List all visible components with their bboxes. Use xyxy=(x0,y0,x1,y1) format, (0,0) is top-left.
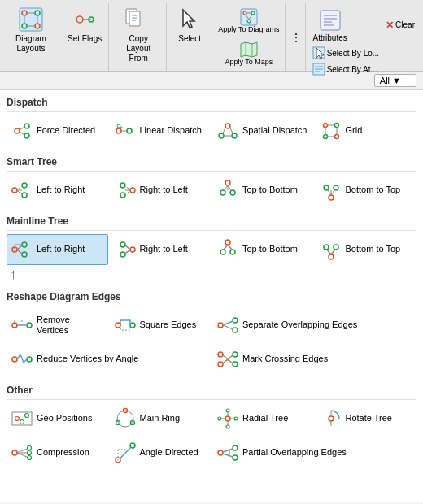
filter-dropdown[interactable]: All ▼ xyxy=(374,74,416,87)
mainline-rtl-item[interactable]: Right to Left xyxy=(110,234,212,265)
spatial-dispatch-label: Spatial Dispatch xyxy=(242,125,307,136)
separate-overlapping-label: Separate Overlapping Edges xyxy=(242,319,357,330)
svg-line-84 xyxy=(328,190,331,195)
rotate-tree-item[interactable]: Rotate Tree xyxy=(316,403,417,434)
svg-point-83 xyxy=(334,185,338,190)
angle-directed-item[interactable]: Angle Directed xyxy=(110,437,212,468)
copy-layout-button[interactable]: Copy Layout From xyxy=(114,5,163,65)
grid-item[interactable]: Grid xyxy=(316,115,417,146)
partial-overlapping-item[interactable]: Partial Overlapping Edges xyxy=(212,437,416,468)
spatial-dispatch-item[interactable]: Spatial Dispatch xyxy=(212,115,314,146)
filter-btn[interactable]: All ▼ xyxy=(374,74,416,87)
mark-crossing-label: Mark Crossing Edges xyxy=(242,354,328,364)
compression-item[interactable]: Compression xyxy=(7,437,108,468)
svg-point-70 xyxy=(120,183,125,188)
svg-point-147 xyxy=(329,416,334,421)
select-by-loc-row: Select By Lo... xyxy=(309,45,418,61)
mainline-rtl-icon xyxy=(114,238,137,261)
geo-positions-item[interactable]: Geo Positions xyxy=(7,403,108,434)
mainline-btt-icon xyxy=(320,238,342,261)
svg-point-96 xyxy=(120,252,125,257)
svg-point-122 xyxy=(27,357,32,362)
select-by-attr-button[interactable]: Select By At... xyxy=(309,62,381,76)
rotate-tree-label: Rotate Tree xyxy=(346,413,392,424)
mainline-ltr-item[interactable]: Left to Right xyxy=(7,234,108,265)
mainline-ltr-icon xyxy=(11,238,33,261)
svg-line-52 xyxy=(223,128,225,133)
dispatch-section-header: Dispatch xyxy=(7,90,416,112)
svg-marker-17 xyxy=(183,10,194,28)
svg-line-53 xyxy=(230,128,233,133)
apply-to-diagrams-label: Apply To Diagrams xyxy=(218,26,279,34)
mainline-tree-grid: Left to Right Right to Left xyxy=(7,234,416,265)
svg-line-102 xyxy=(224,245,228,250)
clear-button[interactable]: ✕ Clear xyxy=(382,19,418,32)
reduce-vertices-item[interactable]: Reduce Vertices by Angle xyxy=(7,344,211,375)
smart-btt-item[interactable]: Bottom to Top xyxy=(316,175,417,206)
linear-dispatch-item[interactable]: Linear Dispatch xyxy=(110,115,212,146)
svg-point-118 xyxy=(233,328,238,332)
linear-dispatch-label: Linear Dispatch xyxy=(140,125,202,136)
mainline-btt-label: Bottom to Top xyxy=(346,244,401,254)
svg-line-120 xyxy=(223,325,233,329)
smart-tree-section-header: Smart Tree xyxy=(7,150,416,172)
remove-vertices-item[interactable]: Remove Vertices xyxy=(7,310,108,341)
smart-ltr-item[interactable]: Left to Right xyxy=(7,175,108,206)
rotate-tree-icon xyxy=(320,407,342,430)
radial-tree-item[interactable]: Radial Tree xyxy=(212,403,314,434)
svg-point-150 xyxy=(12,450,17,455)
svg-point-163 xyxy=(233,445,238,450)
attributes-button[interactable]: Attributes xyxy=(309,6,351,44)
smart-ttb-item[interactable]: Top to Bottom xyxy=(212,175,314,206)
dispatch-grid: Force Directed Linear Dispatch xyxy=(7,115,416,146)
set-flags-label: Set Flags xyxy=(68,34,102,44)
separate-overlapping-item[interactable]: Separate Overlapping Edges xyxy=(212,310,416,341)
grid-label: Grid xyxy=(346,125,363,136)
grid-icon xyxy=(320,119,342,142)
main-ring-item[interactable]: Main Ring xyxy=(110,403,212,434)
separate-overlapping-icon xyxy=(216,314,239,337)
layout-content: Dispatch Force Directed xyxy=(0,90,423,502)
smart-rtl-item[interactable]: Right to Left xyxy=(110,175,212,206)
svg-point-56 xyxy=(334,124,338,128)
set-flags-button[interactable]: Set Flags xyxy=(64,5,105,46)
svg-point-63 xyxy=(12,188,17,193)
apply-to-diagrams-button[interactable]: Apply To Diagrams xyxy=(215,5,282,39)
select-by-loc-button[interactable]: Select By Lo... xyxy=(309,46,382,60)
expand-button[interactable]: ⋮ xyxy=(289,3,303,71)
mainline-btt-item[interactable]: Bottom to Top xyxy=(316,234,417,265)
select-by-loc-label: Select By Lo... xyxy=(327,49,379,58)
svg-rect-13 xyxy=(129,11,140,26)
select-group: Select xyxy=(168,3,212,71)
svg-point-140 xyxy=(234,417,238,420)
force-directed-item[interactable]: Force Directed xyxy=(7,115,108,146)
svg-point-76 xyxy=(220,190,225,195)
svg-line-73 xyxy=(127,190,130,193)
apply-diagrams-icon xyxy=(242,10,256,24)
svg-line-108 xyxy=(331,250,335,254)
attributes-label: Attributes xyxy=(313,33,347,42)
square-edges-item[interactable]: Square Edges xyxy=(110,310,212,341)
mainline-ttb-item[interactable]: Top to Bottom xyxy=(212,234,314,265)
main-ring-label: Main Ring xyxy=(140,413,181,424)
svg-line-119 xyxy=(223,321,233,325)
mark-crossing-item[interactable]: Mark Crossing Edges xyxy=(212,344,416,375)
svg-point-9 xyxy=(76,16,83,23)
svg-point-75 xyxy=(225,180,230,185)
svg-point-95 xyxy=(120,242,125,247)
svg-line-98 xyxy=(125,250,130,254)
svg-line-107 xyxy=(327,250,331,254)
svg-point-129 xyxy=(226,358,229,361)
mainline-ttb-label: Top to Bottom xyxy=(242,244,298,254)
svg-point-44 xyxy=(116,128,121,133)
diagram-layouts-button[interactable]: Diagram Layouts xyxy=(7,5,55,55)
copy-layout-label: Copy Layout From xyxy=(117,34,159,63)
svg-point-131 xyxy=(15,417,20,421)
svg-line-166 xyxy=(223,454,233,457)
clear-label: Clear xyxy=(395,20,415,29)
select-button[interactable]: Select xyxy=(172,5,207,46)
svg-point-126 xyxy=(233,352,238,357)
svg-point-41 xyxy=(24,133,29,138)
apply-to-maps-button[interactable]: Apply To Maps xyxy=(215,39,282,70)
svg-rect-28 xyxy=(321,11,340,30)
